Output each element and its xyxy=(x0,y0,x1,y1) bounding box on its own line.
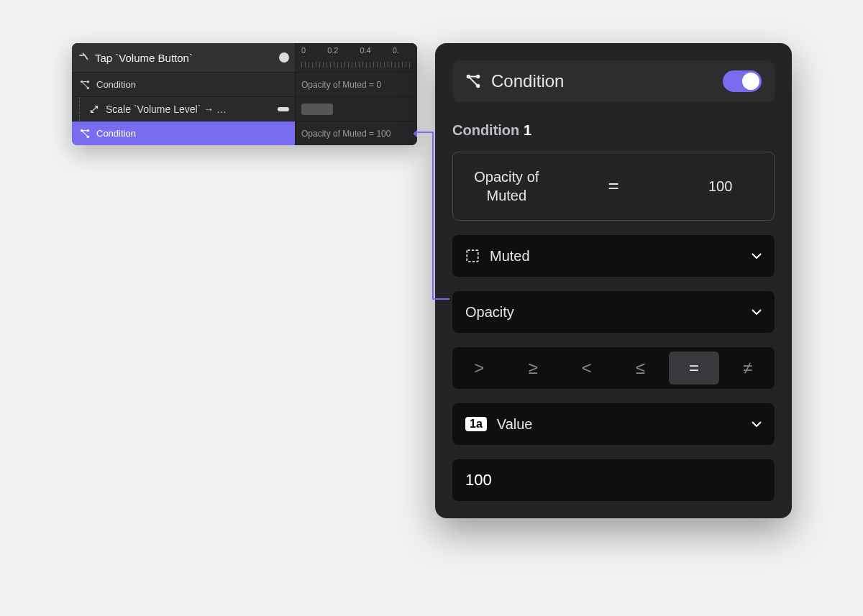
section-label: Condition 1 xyxy=(452,122,775,139)
ruler-label: 0.2 xyxy=(327,46,338,55)
layer-icon xyxy=(465,249,480,263)
timeline-row-label: Condition xyxy=(96,128,136,139)
panel-title: Condition xyxy=(491,71,564,91)
condition-icon xyxy=(79,128,91,139)
tap-icon xyxy=(78,52,89,63)
ruler-label: 0. xyxy=(393,46,399,55)
chevron-down-icon xyxy=(752,421,762,427)
property-dropdown[interactable]: Opacity xyxy=(452,291,775,333)
operator-gte[interactable]: ≥ xyxy=(508,351,559,385)
condition-enabled-toggle[interactable] xyxy=(723,70,762,92)
expression-value: 100 xyxy=(667,152,774,220)
operator-lt[interactable]: < xyxy=(561,351,612,385)
condition-detail-panel: Condition Condition 1 Opacity of Muted =… xyxy=(435,43,792,518)
panel-header: Condition xyxy=(452,60,775,102)
svg-rect-9 xyxy=(467,250,478,262)
value-input[interactable]: 100 xyxy=(452,459,775,501)
chevron-down-icon xyxy=(752,309,762,315)
layer-dropdown-value: Muted xyxy=(490,248,530,265)
operator-selector: > ≥ < ≤ = ≠ xyxy=(452,347,775,389)
timeline-row-condition-active[interactable]: Condition Opacity of Muted = 100 xyxy=(72,121,417,145)
condition-icon xyxy=(465,73,481,89)
value-type-label: Value xyxy=(497,416,533,433)
expression-operator: = xyxy=(560,152,667,220)
timeline-row-scale[interactable]: Scale `Volume Level` → … xyxy=(72,96,417,121)
layer-dropdown[interactable]: Muted xyxy=(452,235,775,277)
indent-indicator xyxy=(79,97,80,121)
timeline-bar[interactable] xyxy=(301,104,333,115)
chevron-down-icon xyxy=(752,253,762,259)
collapse-icon[interactable] xyxy=(278,107,289,111)
value-type-dropdown[interactable]: 1a Value xyxy=(452,403,775,445)
expression-property: Opacity of Muted xyxy=(453,152,560,220)
ruler-label: 0.4 xyxy=(360,46,370,55)
timeline-panel: Tap `Volume Button` 0 0.2 0.4 0. Conditi… xyxy=(72,43,417,145)
condition-expression: Opacity of Muted = 100 xyxy=(452,152,775,221)
property-dropdown-value: Opacity xyxy=(465,304,514,321)
timeline-row-label: Condition xyxy=(96,79,136,90)
ruler-label: 0 xyxy=(301,46,306,55)
timeline-header-row[interactable]: Tap `Volume Button` 0 0.2 0.4 0. xyxy=(72,43,417,72)
timeline-row-detail: Opacity of Muted = 100 xyxy=(301,129,391,139)
timeline-header-label: Tap `Volume Button` xyxy=(95,52,193,64)
timeline-row-label: Scale `Volume Level` → … xyxy=(106,104,227,115)
operator-gt[interactable]: > xyxy=(454,351,505,385)
record-icon[interactable] xyxy=(279,52,289,63)
scale-icon xyxy=(88,104,100,115)
value-badge: 1a xyxy=(465,417,487,431)
timeline-row-condition[interactable]: Condition Opacity of Muted = 0 xyxy=(72,72,417,96)
keyframe-diamond-icon xyxy=(414,130,417,137)
operator-lte[interactable]: ≤ xyxy=(615,351,666,385)
timeline-row-detail: Opacity of Muted = 0 xyxy=(301,80,381,90)
condition-icon xyxy=(79,79,91,91)
timeline-ruler[interactable]: 0 0.2 0.4 0. xyxy=(295,43,417,72)
operator-eq[interactable]: = xyxy=(669,351,720,385)
operator-neq[interactable]: ≠ xyxy=(722,351,773,385)
